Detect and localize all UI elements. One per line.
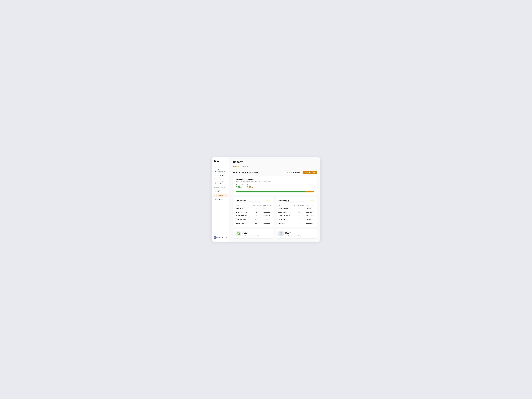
layout-icon[interactable]: ⊞ xyxy=(226,160,227,162)
last-session-cell: 11/24/2024 xyxy=(263,207,271,210)
avatar: JD xyxy=(214,236,216,239)
tab-journals[interactable]: Journals xyxy=(242,165,250,168)
avg-sessions-number: 342 xyxy=(242,231,259,235)
avg-dosage-icon-box: ⏳ xyxy=(279,231,284,236)
table-row: Marina Branscome 31 11/11/2024 xyxy=(235,214,271,218)
section-title: Participant Engagement Report xyxy=(233,171,258,173)
last-session-cell: 10/28/2024 xyxy=(305,221,314,225)
table-row: Jerome Bell 3 10/28/2024 xyxy=(279,221,314,225)
avg-dosage-desc: Avg Dosage Time per Session xyxy=(285,235,302,236)
user-name: John Doe xyxy=(217,236,225,238)
least-engaged-table: Name Number of Session Last Session Esth… xyxy=(279,204,314,225)
tab-general[interactable]: General xyxy=(233,165,240,168)
sessions-cell: 43 xyxy=(249,210,263,214)
sessions-cell: 26 xyxy=(249,221,263,225)
progress-orange xyxy=(305,191,314,192)
participant-name-link[interactable]: Esther Howard xyxy=(279,208,288,209)
col-sessions: Number of Session xyxy=(249,204,263,207)
table-row: Esther Howard 1 11/24/2024 xyxy=(279,207,314,210)
participant-name-link[interactable]: Ryland Caraway xyxy=(235,219,246,220)
col-sessions: Number of Session xyxy=(292,204,305,207)
progress-green xyxy=(236,191,305,192)
col-last-session: Last Session xyxy=(305,204,314,207)
page-title: Reports xyxy=(233,160,317,164)
engagement-progress-bar xyxy=(236,191,314,192)
participant-name-link[interactable]: Weston Mcclintock xyxy=(235,211,247,213)
last-session-cell: 11/01/2024 xyxy=(305,218,314,221)
section-label-manage-org: Manage Organization xyxy=(212,185,229,188)
participants-icon: 👥 xyxy=(215,170,216,172)
most-engaged-card: Most Engaged Participants with the most … xyxy=(233,197,274,227)
last-session-cell: 11/10/2024 xyxy=(305,214,314,218)
engagement-card-subtitle: Participants who have logged in over the… xyxy=(236,181,314,182)
programs-icon: 🗂 xyxy=(215,174,216,176)
app-container: Atlas ⊞ Facilitation Tools 👥 My Particip… xyxy=(212,157,320,242)
not-engaged-pct: 11% xyxy=(247,186,256,189)
sidebar-item-label: User Management xyxy=(217,189,226,193)
sessions-cell: 46 xyxy=(249,207,263,210)
table-row: Ryland Caraway 27 10/28/2024 xyxy=(235,218,271,221)
table-row: Robert Fox 2 11/01/2024 xyxy=(279,218,314,221)
sidebar-item-user-management[interactable]: 👥 User Management xyxy=(213,188,228,194)
last-session-cell: 10/28/2024 xyxy=(263,218,271,221)
download-csv-button[interactable]: Download CSV xyxy=(303,171,317,174)
col-name: Name xyxy=(279,204,292,207)
avg-dosage-card: ⏳ 34m Avg Dosage Time per Session xyxy=(276,229,317,239)
col-name: Name xyxy=(235,204,249,207)
most-engaged-view-all[interactable]: View All xyxy=(267,199,271,201)
participant-name-link[interactable]: Marina Branscome xyxy=(235,215,247,216)
most-engaged-title: Most Engaged xyxy=(235,199,261,201)
sidebar-item-my-participants[interactable]: 👥 My Participants xyxy=(213,168,228,173)
main-content: Reports General Journals Participant Eng… xyxy=(229,157,320,242)
last-session-cell: 11/11/2024 xyxy=(263,214,271,218)
sessions-cell: 27 xyxy=(249,218,263,221)
sidebar-logo: Atlas ⊞ xyxy=(212,160,229,165)
sidebar-user[interactable]: JD John Doe ⋯ xyxy=(212,235,229,240)
last-session-cell: 11/20/2024 xyxy=(263,210,271,214)
engagement-card: Participant Engagement Participants who … xyxy=(233,176,317,195)
participant-name-link[interactable]: Tabitha Griggs xyxy=(235,222,245,224)
engaged-stat: Engaged 89% xyxy=(236,184,242,189)
least-engaged-card: Least engaged Participants with the leas… xyxy=(276,197,317,227)
not-engaged-stat: Not Engaged 11% xyxy=(247,184,256,189)
journals-icon: 📋 xyxy=(215,182,216,184)
sidebar-item-label: Interactive Journals xyxy=(217,181,226,184)
sidebar-item-reports[interactable]: 📊 Reports xyxy=(213,194,228,197)
timeframe-button[interactable]: Time Frame: Past Week xyxy=(283,171,301,174)
engagement-card-title: Participant Engagement xyxy=(236,179,314,180)
user-management-icon: 👥 xyxy=(215,190,216,192)
bottom-stats: ✅ 342 Avg Sessions per Participant ⏳ 34m… xyxy=(233,229,317,239)
avg-dosage-number: 34m xyxy=(285,231,302,235)
last-session-cell: 10/28/2024 xyxy=(263,221,271,225)
participant-name-link[interactable]: Robert Fox xyxy=(279,219,285,220)
avg-dosage-icon: ⏳ xyxy=(279,232,283,235)
not-engaged-label: Not Engaged xyxy=(249,184,256,185)
sidebar-item-label: Programs xyxy=(218,174,224,176)
most-engaged-table: Name Number of Session Last Session Frei… xyxy=(235,204,271,225)
engaged-label: Engaged xyxy=(237,184,242,185)
participant-name-link[interactable]: Jerome Bell xyxy=(279,222,286,224)
participant-name-link[interactable]: Arlene McCoy xyxy=(279,211,287,213)
most-engaged-header: Most Engaged Participants with the most … xyxy=(235,199,271,203)
sidebar-item-interactive-journals[interactable]: 📋 Interactive Journals xyxy=(213,180,228,185)
most-engaged-subtitle: Participants with the most number of ses… xyxy=(235,201,261,203)
table-row: Tabitha Griggs 26 10/28/2024 xyxy=(235,221,271,225)
sessions-cell: 31 xyxy=(249,214,263,218)
participant-name-link[interactable]: Darlene Robertson xyxy=(279,215,290,216)
participant-name-link[interactable]: Freida Varnes xyxy=(235,208,244,209)
table-row: Weston Mcclintock 43 11/20/2024 xyxy=(235,210,271,214)
settings-icon: ⚙️ xyxy=(215,198,216,200)
engagement-stats: Engaged 89% Not Engaged 11% xyxy=(236,184,314,189)
tables-row: Most Engaged Participants with the most … xyxy=(233,197,317,227)
sessions-cell: 1 xyxy=(292,214,305,218)
sidebar-item-programs[interactable]: 🗂 Programs xyxy=(213,174,228,177)
tabs-bar: General Journals xyxy=(233,165,317,168)
avg-sessions-icon: ✅ xyxy=(237,232,240,235)
last-session-cell: 11/17/2024 xyxy=(305,210,314,214)
sidebar-item-settings[interactable]: ⚙️ Settings xyxy=(213,197,228,201)
reports-icon: 📊 xyxy=(215,195,216,196)
least-engaged-view-all[interactable]: View All xyxy=(310,199,314,201)
section-label-facilitation: Facilitation Tools xyxy=(212,165,229,168)
least-engaged-subtitle: Participants with the least number of se… xyxy=(279,201,304,203)
user-menu-icon[interactable]: ⋯ xyxy=(226,236,227,238)
